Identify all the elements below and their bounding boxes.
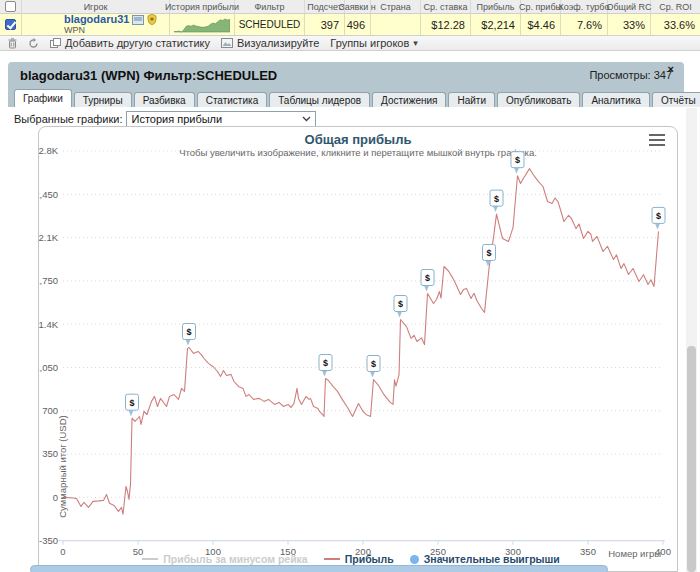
- col-header-turbo-factor[interactable]: Коэф. турбо: [561, 0, 608, 13]
- legend-label: Значительные выигрыши: [424, 553, 560, 565]
- svg-text:-350: -350: [39, 535, 58, 546]
- row-checkbox-cell: [0, 14, 22, 35]
- col-header-profit-history[interactable]: История прибыли: [170, 0, 235, 13]
- turbo-factor-cell: 7.6%: [561, 14, 608, 35]
- vertical-scrollbar-thumb[interactable]: [687, 346, 696, 572]
- views-counter: Просмотры: 347: [589, 69, 672, 81]
- entries-cell: 496: [345, 14, 371, 35]
- tab-find[interactable]: Найти: [448, 92, 495, 107]
- svg-text:$: $: [186, 327, 191, 337]
- y-gridlines: 2.8K2,4502.1K1,7501.4K1,0507003500-350: [39, 145, 663, 546]
- close-icon[interactable]: ×: [668, 64, 674, 75]
- count-cell: 397: [305, 14, 345, 35]
- legend-item-profit-minus-rake[interactable]: Прибыль за минусом рейка: [142, 553, 308, 565]
- trash-icon[interactable]: [8, 38, 17, 49]
- win-marker[interactable]: $: [367, 356, 380, 378]
- refresh-icon[interactable]: [28, 38, 39, 49]
- profit-line[interactable]: [63, 169, 659, 515]
- x-axis-title: Номер игры: [608, 548, 661, 559]
- tab-tournaments[interactable]: Турниры: [74, 92, 132, 107]
- chevron-down-icon: [302, 116, 311, 122]
- win-marker[interactable]: $: [490, 190, 503, 212]
- selected-charts-label: Выбранные графики:: [14, 113, 122, 125]
- col-header-total-rc[interactable]: Общий RC: [608, 0, 651, 13]
- win-marker[interactable]: $: [511, 152, 524, 174]
- filter-cell: SCHEDULED: [235, 14, 305, 35]
- tab-publish[interactable]: Опубликовать: [497, 92, 580, 107]
- panel-header: blagodaru31 (WPN) Фильтр:SCHEDULED Просм…: [8, 62, 684, 88]
- svg-text:$: $: [656, 211, 661, 221]
- visualize-label: Визуализируйте: [237, 37, 319, 49]
- win-marker[interactable]: $: [126, 394, 139, 416]
- image-icon: [221, 38, 233, 48]
- col-header-player[interactable]: Игрок: [22, 0, 170, 13]
- row-checkbox[interactable]: [5, 19, 16, 30]
- col-header-country[interactable]: Страна: [371, 0, 421, 13]
- svg-text:$: $: [494, 194, 499, 204]
- tab-breakdown[interactable]: Разбивка: [134, 92, 195, 107]
- svg-text:1,750: 1,750: [39, 275, 58, 286]
- stats-table-header: ИгрокИстория прибылиФильтрПодсчетЗаявки …: [0, 0, 700, 14]
- profit-history-sparkline[interactable]: [170, 14, 235, 35]
- svg-text:$: $: [515, 155, 520, 165]
- col-header-entries[interactable]: Заявки н: [345, 0, 371, 13]
- screenshot-icon[interactable]: [132, 15, 144, 25]
- win-marker[interactable]: $: [483, 245, 496, 267]
- panel-content: Выбранные графики: История прибыли Общая…: [8, 107, 684, 572]
- select-all-cell: [0, 0, 22, 13]
- legend-dot-icon: [410, 555, 419, 564]
- svg-text:2.8K: 2.8K: [39, 145, 59, 156]
- player-cell: blagodaru31 WPN: [22, 14, 170, 35]
- col-header-avg-profit[interactable]: Ср. прибы: [521, 0, 561, 13]
- profit-chart-plot[interactable]: 2.8K2,4502.1K1,7501.4K1,0507003500-35005…: [39, 127, 679, 572]
- svg-text:2.1K: 2.1K: [39, 232, 59, 243]
- tab-analytics[interactable]: Аналитика: [582, 92, 650, 107]
- tab-leaderboards[interactable]: Таблицы лидеров: [269, 92, 370, 107]
- avg-roi-cell: 33.6%: [651, 14, 700, 35]
- player-name-link[interactable]: blagodaru31: [64, 14, 129, 26]
- add-statistic-button[interactable]: Добавить другую статистику: [50, 37, 210, 49]
- win-marker[interactable]: $: [319, 355, 332, 377]
- player-row[interactable]: blagodaru31 WPN SCHEDULED 397 496 $12.28…: [0, 14, 700, 36]
- app: ИгрокИстория прибылиФильтрПодсчетЗаявки …: [0, 0, 700, 572]
- col-header-filter[interactable]: Фильтр: [235, 0, 305, 13]
- tab-charts[interactable]: Графики: [14, 89, 72, 107]
- horizontal-scrollbar-thumb[interactable]: [30, 565, 608, 572]
- chart-container[interactable]: Общая прибыль Чтобы увеличить изображени…: [38, 126, 678, 572]
- win-marker[interactable]: $: [421, 270, 434, 292]
- svg-text:$: $: [425, 273, 430, 283]
- player-panel: blagodaru31 (WPN) Фильтр:SCHEDULED Просм…: [8, 62, 684, 572]
- svg-text:$: $: [129, 398, 134, 408]
- col-header-profit[interactable]: Прибыль: [471, 0, 521, 13]
- tabs-bar: ГрафикиТурнирыРазбивкаСтатистикаТаблицы …: [8, 88, 684, 107]
- badge-icon[interactable]: [147, 14, 157, 25]
- tab-statistics[interactable]: Статистика: [197, 92, 268, 107]
- svg-text:$: $: [371, 359, 376, 369]
- col-header-avg-roi[interactable]: Ср. ROI: [651, 0, 700, 13]
- add-statistic-label: Добавить другую статистику: [65, 37, 210, 49]
- player-stats-table: ИгрокИстория прибылиФильтрПодсчетЗаявки …: [0, 0, 700, 36]
- select-all-checkbox[interactable]: [5, 1, 16, 12]
- legend-item-profit[interactable]: Прибыль: [324, 553, 394, 565]
- win-marker[interactable]: $: [394, 296, 407, 318]
- tab-reports[interactable]: Отчёты: [652, 92, 700, 107]
- col-header-avg-stake[interactable]: Ср. ставка: [421, 0, 471, 13]
- significant-win-markers[interactable]: $$$$$$$$$$: [126, 152, 666, 417]
- win-marker[interactable]: $: [183, 324, 196, 346]
- vertical-scrollbar[interactable]: [686, 108, 697, 572]
- country-cell: [371, 14, 421, 35]
- legend-label: Прибыль: [345, 553, 394, 565]
- svg-text:1.4K: 1.4K: [39, 319, 59, 330]
- avg-profit-cell: $4.46: [521, 14, 561, 35]
- svg-text:$: $: [323, 358, 328, 368]
- legend-item-wins[interactable]: Значительные выигрыши: [410, 553, 560, 565]
- player-groups-label: Группы игроков: [330, 37, 409, 49]
- player-groups-button[interactable]: Группы игроков ▾: [330, 37, 418, 49]
- profit-cell: $2,214: [471, 14, 521, 35]
- legend-dash-icon: [324, 558, 340, 560]
- win-marker[interactable]: $: [652, 207, 665, 229]
- total-rc-cell: 33%: [608, 14, 651, 35]
- chart-select[interactable]: История прибыли: [126, 111, 316, 127]
- visualize-button[interactable]: Визуализируйте: [221, 37, 319, 49]
- tab-achievements[interactable]: Достижения: [372, 92, 446, 107]
